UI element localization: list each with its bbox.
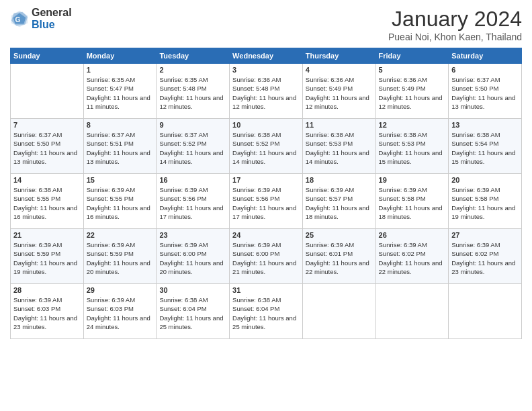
calendar-cell: 16Sunrise: 6:39 AMSunset: 5:56 PMDayligh… — [157, 174, 230, 229]
calendar-cell: 13Sunrise: 6:38 AMSunset: 5:54 PMDayligh… — [449, 119, 522, 174]
day-info: Sunrise: 6:39 AMSunset: 5:58 PMDaylight:… — [379, 185, 446, 221]
day-number: 25 — [306, 231, 373, 239]
day-info: Sunrise: 6:37 AMSunset: 5:52 PMDaylight:… — [159, 130, 226, 166]
calendar-cell: 7Sunrise: 6:37 AMSunset: 5:50 PMDaylight… — [11, 119, 84, 174]
logo-text: General Blue — [32, 7, 72, 30]
day-info: Sunrise: 6:39 AMSunset: 6:03 PMDaylight:… — [13, 295, 81, 331]
day-info: Sunrise: 6:39 AMSunset: 6:02 PMDaylight:… — [451, 240, 519, 276]
week-row: 21Sunrise: 6:39 AMSunset: 5:59 PMDayligh… — [11, 229, 522, 284]
day-info: Sunrise: 6:38 AMSunset: 6:04 PMDaylight:… — [232, 295, 300, 331]
weekday-header-row: SundayMondayTuesdayWednesdayThursdayFrid… — [11, 48, 522, 64]
day-number: 29 — [87, 286, 154, 294]
week-row: 7Sunrise: 6:37 AMSunset: 5:50 PMDaylight… — [11, 119, 522, 174]
calendar-cell — [449, 284, 522, 339]
day-info: Sunrise: 6:37 AMSunset: 5:50 PMDaylight:… — [13, 130, 81, 166]
header: G General Blue January 2024 Pueai Noi, K… — [10, 7, 522, 42]
month-title: January 2024 — [388, 7, 522, 32]
day-info: Sunrise: 6:38 AMSunset: 5:53 PMDaylight:… — [379, 130, 446, 166]
weekday-header: Monday — [83, 48, 157, 64]
calendar-cell: 4Sunrise: 6:36 AMSunset: 5:49 PMDaylight… — [302, 64, 375, 119]
calendar-cell: 24Sunrise: 6:39 AMSunset: 6:00 PMDayligh… — [230, 229, 303, 284]
day-number: 27 — [451, 231, 519, 239]
day-info: Sunrise: 6:39 AMSunset: 6:00 PMDaylight:… — [159, 240, 226, 276]
calendar-cell: 8Sunrise: 6:37 AMSunset: 5:51 PMDaylight… — [83, 119, 157, 174]
weekday-header: Tuesday — [157, 48, 230, 64]
day-number: 22 — [87, 231, 154, 239]
day-number: 21 — [13, 231, 81, 239]
calendar-cell: 23Sunrise: 6:39 AMSunset: 6:00 PMDayligh… — [157, 229, 230, 284]
day-number: 8 — [87, 121, 154, 129]
calendar-cell: 31Sunrise: 6:38 AMSunset: 6:04 PMDayligh… — [230, 284, 303, 339]
calendar-cell — [302, 284, 375, 339]
day-number: 9 — [159, 121, 226, 129]
day-info: Sunrise: 6:37 AMSunset: 5:51 PMDaylight:… — [87, 130, 154, 166]
day-info: Sunrise: 6:39 AMSunset: 5:56 PMDaylight:… — [159, 185, 226, 221]
day-info: Sunrise: 6:38 AMSunset: 6:04 PMDaylight:… — [159, 295, 226, 331]
day-number: 11 — [306, 121, 373, 129]
title-block: January 2024 Pueai Noi, Khon Kaen, Thail… — [388, 7, 522, 42]
day-info: Sunrise: 6:39 AMSunset: 6:02 PMDaylight:… — [379, 240, 446, 276]
calendar-cell: 26Sunrise: 6:39 AMSunset: 6:02 PMDayligh… — [375, 229, 449, 284]
day-info: Sunrise: 6:36 AMSunset: 5:49 PMDaylight:… — [306, 75, 373, 111]
day-number: 23 — [159, 231, 226, 239]
day-number: 18 — [306, 176, 373, 184]
calendar-cell: 29Sunrise: 6:39 AMSunset: 6:03 PMDayligh… — [83, 284, 157, 339]
location-subtitle: Pueai Noi, Khon Kaen, Thailand — [388, 32, 522, 42]
calendar-cell: 6Sunrise: 6:37 AMSunset: 5:50 PMDaylight… — [449, 64, 522, 119]
day-info: Sunrise: 6:39 AMSunset: 6:01 PMDaylight:… — [306, 240, 373, 276]
calendar-table: SundayMondayTuesdayWednesdayThursdayFrid… — [10, 48, 522, 339]
day-info: Sunrise: 6:39 AMSunset: 5:56 PMDaylight:… — [232, 185, 300, 221]
calendar-cell: 20Sunrise: 6:39 AMSunset: 5:58 PMDayligh… — [449, 174, 522, 229]
calendar-cell: 22Sunrise: 6:39 AMSunset: 5:59 PMDayligh… — [83, 229, 157, 284]
day-info: Sunrise: 6:37 AMSunset: 5:50 PMDaylight:… — [451, 75, 519, 111]
day-number: 10 — [232, 121, 300, 129]
day-info: Sunrise: 6:39 AMSunset: 5:58 PMDaylight:… — [451, 185, 519, 221]
calendar-cell: 5Sunrise: 6:36 AMSunset: 5:49 PMDaylight… — [375, 64, 449, 119]
calendar-cell: 12Sunrise: 6:38 AMSunset: 5:53 PMDayligh… — [375, 119, 449, 174]
logo-general: General — [32, 7, 72, 19]
day-number: 28 — [13, 286, 81, 294]
calendar-cell: 25Sunrise: 6:39 AMSunset: 6:01 PMDayligh… — [302, 229, 375, 284]
day-number: 17 — [232, 176, 300, 184]
day-number: 16 — [159, 176, 226, 184]
day-info: Sunrise: 6:35 AMSunset: 5:48 PMDaylight:… — [159, 75, 226, 111]
day-info: Sunrise: 6:36 AMSunset: 5:49 PMDaylight:… — [379, 75, 446, 111]
calendar-cell — [11, 64, 84, 119]
calendar-cell: 28Sunrise: 6:39 AMSunset: 6:03 PMDayligh… — [11, 284, 84, 339]
calendar-cell: 30Sunrise: 6:38 AMSunset: 6:04 PMDayligh… — [157, 284, 230, 339]
day-info: Sunrise: 6:38 AMSunset: 5:52 PMDaylight:… — [232, 130, 300, 166]
day-number: 4 — [306, 66, 373, 74]
calendar-cell: 21Sunrise: 6:39 AMSunset: 5:59 PMDayligh… — [11, 229, 84, 284]
week-row: 14Sunrise: 6:38 AMSunset: 5:55 PMDayligh… — [11, 174, 522, 229]
calendar-cell: 11Sunrise: 6:38 AMSunset: 5:53 PMDayligh… — [302, 119, 375, 174]
day-info: Sunrise: 6:39 AMSunset: 6:00 PMDaylight:… — [232, 240, 300, 276]
weekday-header: Wednesday — [230, 48, 303, 64]
weekday-header: Sunday — [11, 48, 84, 64]
day-number: 31 — [232, 286, 300, 294]
day-number: 12 — [379, 121, 446, 129]
calendar-cell: 10Sunrise: 6:38 AMSunset: 5:52 PMDayligh… — [230, 119, 303, 174]
weekday-header: Friday — [375, 48, 449, 64]
day-number: 6 — [451, 66, 519, 74]
weekday-header: Saturday — [449, 48, 522, 64]
calendar-cell: 1Sunrise: 6:35 AMSunset: 5:47 PMDaylight… — [83, 64, 157, 119]
day-number: 20 — [451, 176, 519, 184]
day-info: Sunrise: 6:35 AMSunset: 5:47 PMDaylight:… — [87, 75, 154, 111]
calendar-cell: 3Sunrise: 6:36 AMSunset: 5:48 PMDaylight… — [230, 64, 303, 119]
calendar-cell: 27Sunrise: 6:39 AMSunset: 6:02 PMDayligh… — [449, 229, 522, 284]
day-number: 26 — [379, 231, 446, 239]
svg-text:G: G — [15, 15, 20, 23]
week-row: 1Sunrise: 6:35 AMSunset: 5:47 PMDaylight… — [11, 64, 522, 119]
week-row: 28Sunrise: 6:39 AMSunset: 6:03 PMDayligh… — [11, 284, 522, 339]
day-number: 30 — [159, 286, 226, 294]
day-number: 13 — [451, 121, 519, 129]
day-number: 5 — [379, 66, 446, 74]
day-info: Sunrise: 6:36 AMSunset: 5:48 PMDaylight:… — [232, 75, 300, 111]
day-info: Sunrise: 6:39 AMSunset: 6:03 PMDaylight:… — [87, 295, 154, 331]
calendar-cell: 19Sunrise: 6:39 AMSunset: 5:58 PMDayligh… — [375, 174, 449, 229]
day-number: 19 — [379, 176, 446, 184]
calendar-cell: 9Sunrise: 6:37 AMSunset: 5:52 PMDaylight… — [157, 119, 230, 174]
calendar-page: G General Blue January 2024 Pueai Noi, K… — [0, 0, 532, 411]
day-number: 24 — [232, 231, 300, 239]
calendar-cell: 2Sunrise: 6:35 AMSunset: 5:48 PMDaylight… — [157, 64, 230, 119]
